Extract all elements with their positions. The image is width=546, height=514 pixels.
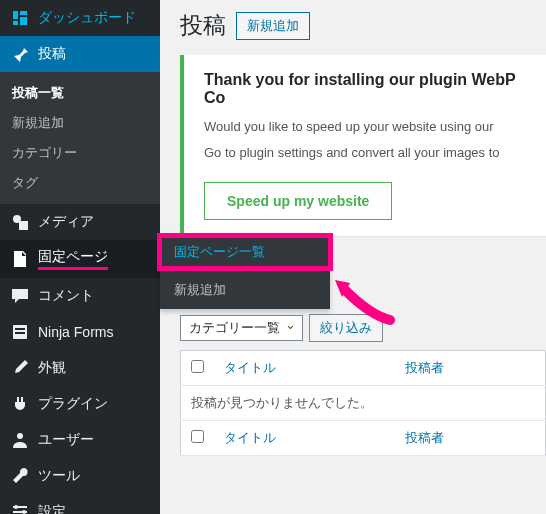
select-all-checkbox[interactable] <box>191 360 204 373</box>
submenu-posts-new[interactable]: 新規追加 <box>0 108 160 138</box>
submenu-posts-all[interactable]: 投稿一覧 <box>0 78 160 108</box>
posts-table: タイトル 投稿者 投稿が見つかりませんでした。 タイトル 投稿者 <box>180 350 546 456</box>
pages-flyout-menu: 固定ページ一覧 新規追加 <box>160 233 330 309</box>
user-icon <box>10 430 30 450</box>
sidebar-item-comments[interactable]: コメント <box>0 278 160 314</box>
sidebar-label: 設定 <box>38 503 66 514</box>
sidebar-label: ユーザー <box>38 431 94 449</box>
select-all-footer <box>181 421 215 456</box>
page-icon <box>10 249 30 269</box>
add-new-button[interactable]: 新規追加 <box>236 12 310 40</box>
dashboard-icon <box>10 8 30 28</box>
sidebar-item-pages[interactable]: 固定ページ <box>0 240 160 278</box>
sidebar-posts-submenu: 投稿一覧 新規追加 カテゴリー タグ <box>0 72 160 204</box>
sliders-icon <box>10 502 30 514</box>
select-all-header <box>181 351 215 386</box>
sidebar-label: ダッシュボード <box>38 9 136 27</box>
col-title-footer[interactable]: タイトル <box>214 421 395 456</box>
notice-line: Would you like to speed up your website … <box>204 117 526 137</box>
admin-sidebar: ダッシュボード 投稿 投稿一覧 新規追加 カテゴリー タグ メディア 固定ページ… <box>0 0 160 514</box>
sidebar-label: 投稿 <box>38 45 66 63</box>
media-icon <box>10 212 30 232</box>
sidebar-item-plugins[interactable]: プラグイン <box>0 386 160 422</box>
sidebar-item-users[interactable]: ユーザー <box>0 422 160 458</box>
col-author-header[interactable]: 投稿者 <box>395 351 545 386</box>
sidebar-item-ninja-forms[interactable]: Ninja Forms <box>0 314 160 350</box>
form-icon <box>10 322 30 342</box>
flyout-pages-all[interactable]: 固定ページ一覧 <box>160 233 330 271</box>
pin-icon <box>10 44 30 64</box>
sidebar-item-posts[interactable]: 投稿 <box>0 36 160 72</box>
svg-point-4 <box>17 433 23 439</box>
sidebar-item-appearance[interactable]: 外観 <box>0 350 160 386</box>
notice-line: Go to plugin settings and convert all yo… <box>204 143 526 163</box>
flyout-pages-new[interactable]: 新規追加 <box>160 271 330 309</box>
select-all-checkbox[interactable] <box>191 430 204 443</box>
svg-rect-2 <box>15 328 25 330</box>
table-empty-row: 投稿が見つかりませんでした。 <box>181 386 546 421</box>
brush-icon <box>10 358 30 378</box>
sidebar-label: コメント <box>38 287 94 305</box>
plugin-notice: Thank you for installing our plugin WebP… <box>180 55 546 236</box>
filter-row: カテゴリー一覧 絞り込み <box>180 314 546 342</box>
sidebar-item-tools[interactable]: ツール <box>0 458 160 494</box>
sidebar-label: メディア <box>38 213 94 231</box>
category-select[interactable]: カテゴリー一覧 <box>180 315 303 341</box>
sidebar-label: Ninja Forms <box>38 324 113 340</box>
speed-up-button[interactable]: Speed up my website <box>204 182 392 220</box>
page-title: 投稿 <box>180 10 226 41</box>
sidebar-label: 固定ページ <box>38 248 108 270</box>
sidebar-item-dashboard[interactable]: ダッシュボード <box>0 0 160 36</box>
comment-icon <box>10 286 30 306</box>
col-author-footer[interactable]: 投稿者 <box>395 421 545 456</box>
no-posts-message: 投稿が見つかりませんでした。 <box>181 386 546 421</box>
page-header: 投稿 新規追加 <box>180 10 546 41</box>
sidebar-item-media[interactable]: メディア <box>0 204 160 240</box>
svg-point-5 <box>14 505 18 509</box>
svg-rect-3 <box>15 332 25 334</box>
notice-title: Thank you for installing our plugin WebP… <box>204 71 526 107</box>
main-content: 投稿 新規追加 Thank you for installing our plu… <box>160 0 546 456</box>
sidebar-item-settings[interactable]: 設定 <box>0 494 160 514</box>
plug-icon <box>10 394 30 414</box>
sidebar-label: ツール <box>38 467 80 485</box>
filter-apply-button[interactable]: 絞り込み <box>309 314 383 342</box>
sidebar-label: 外観 <box>38 359 66 377</box>
wrench-icon <box>10 466 30 486</box>
svg-point-6 <box>22 510 26 514</box>
submenu-posts-tags[interactable]: タグ <box>0 168 160 198</box>
submenu-posts-categories[interactable]: カテゴリー <box>0 138 160 168</box>
sidebar-label: プラグイン <box>38 395 108 413</box>
col-title-header[interactable]: タイトル <box>214 351 395 386</box>
